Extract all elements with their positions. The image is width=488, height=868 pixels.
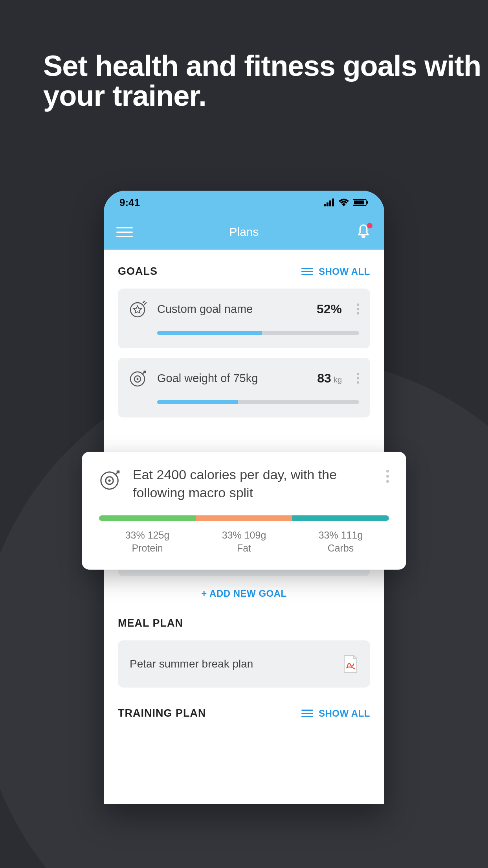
goal-menu-button[interactable] [386, 470, 389, 483]
add-goal-button[interactable]: + ADD NEW GOAL [118, 588, 370, 599]
progress-fill [157, 331, 262, 335]
goals-header: GOALS SHOW ALL [118, 265, 370, 278]
show-all-label: SHOW ALL [319, 266, 370, 277]
goal-card[interactable]: Goal weight of 75kg 83 kg [118, 358, 370, 417]
progress-bar [157, 400, 359, 404]
meal-plan-header: MEAL PLAN [118, 617, 370, 629]
goal-menu-button[interactable] [357, 373, 359, 384]
macro-col-carbs: 33% 111g Carbs [292, 530, 389, 554]
macro-goal-card[interactable]: Eat 2400 calories per day, with the foll… [82, 452, 406, 570]
training-plan-header: TRAINING PLAN SHOW ALL [118, 707, 370, 719]
signal-icon [324, 199, 335, 206]
nav-title: Plans [229, 225, 259, 239]
menu-icon[interactable] [116, 227, 133, 237]
pdf-icon [343, 655, 358, 673]
list-icon [301, 268, 313, 275]
svg-point-16 [108, 479, 111, 482]
goal-name: Custom goal name [157, 303, 307, 316]
target-icon [99, 468, 122, 491]
macro-segment-fat [196, 515, 292, 521]
notification-dot [367, 223, 372, 228]
macro-segment-protein [99, 515, 196, 521]
status-bar: 9:41 [104, 191, 384, 214]
svg-rect-2 [329, 200, 331, 206]
target-icon [129, 369, 148, 388]
goal-value: 83 kg [317, 371, 342, 386]
status-time: 9:41 [119, 197, 140, 209]
goal-value: 52% [317, 302, 342, 316]
macro-split-bar [99, 515, 389, 521]
battery-icon [353, 199, 369, 206]
svg-rect-5 [354, 200, 364, 204]
svg-point-7 [130, 303, 145, 317]
training-show-all-button[interactable]: SHOW ALL [301, 708, 370, 719]
svg-rect-0 [324, 204, 326, 206]
notifications-button[interactable] [355, 224, 372, 240]
macro-labels: 33% 125g Protein 33% 109g Fat 33% 111g C… [99, 530, 389, 554]
svg-point-10 [137, 378, 139, 380]
meal-plan-name: Petar summer break plan [130, 658, 253, 670]
svg-rect-6 [367, 201, 368, 204]
goals-show-all-button[interactable]: SHOW ALL [301, 266, 370, 277]
macro-goal-title: Eat 2400 calories per day, with the foll… [133, 466, 375, 502]
show-all-label: SHOW ALL [319, 708, 370, 719]
goal-card[interactable]: Custom goal name 52% [118, 289, 370, 348]
list-icon [301, 710, 313, 717]
wifi-icon [339, 199, 349, 206]
meal-plan-title: MEAL PLAN [118, 617, 183, 629]
promo-headline: Set health and fitness goals with your t… [43, 51, 488, 111]
goal-name: Goal weight of 75kg [157, 372, 308, 385]
goal-menu-button[interactable] [357, 303, 359, 314]
goals-title: GOALS [118, 265, 158, 278]
progress-bar [157, 331, 359, 335]
macro-col-protein: 33% 125g Protein [99, 530, 196, 554]
star-target-icon [129, 300, 148, 318]
training-plan-title: TRAINING PLAN [118, 707, 206, 719]
status-icons [324, 199, 369, 206]
progress-fill [157, 400, 238, 404]
svg-rect-1 [327, 202, 328, 206]
meal-plan-card[interactable]: Petar summer break plan [118, 640, 370, 688]
svg-rect-3 [332, 199, 334, 206]
macro-col-fat: 33% 109g Fat [196, 530, 292, 554]
nav-bar: Plans [104, 214, 384, 250]
macro-segment-carbs [292, 515, 389, 521]
